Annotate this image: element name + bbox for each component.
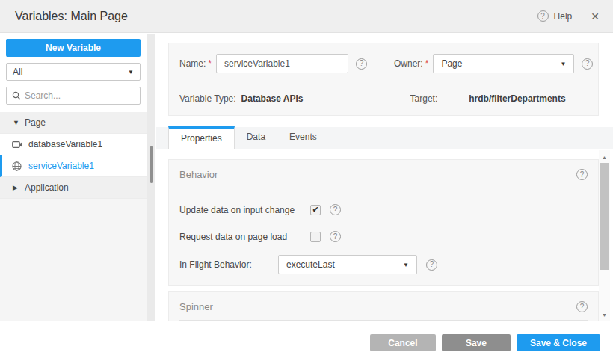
- sidebar-scrollbar-thumb[interactable]: [150, 146, 153, 183]
- spinner-section-title: Spinner: [179, 301, 213, 312]
- name-help-icon[interactable]: ?: [356, 58, 367, 70]
- variable-filter-select[interactable]: All ▼: [6, 63, 141, 81]
- service-variable-icon: [12, 161, 28, 171]
- tree-item-databaseVariable1[interactable]: databaseVariable1: [0, 134, 147, 155]
- in-flight-select[interactable]: executeLast ▼: [278, 255, 417, 274]
- chevron-down-icon: ▼: [128, 69, 134, 75]
- variable-tree: ▼ Page databaseVariable1 serviceVariable…: [0, 112, 147, 199]
- owner-value: Page: [441, 58, 462, 69]
- chevron-down-icon: ▼: [403, 262, 409, 268]
- type-target-row: Variable Type: Database APIs Target: hrd…: [169, 84, 598, 104]
- target-group: Target: hrdb/filterDepartments: [410, 93, 566, 104]
- required-marker: *: [425, 58, 429, 69]
- behavior-section-title: Behavior: [179, 169, 218, 180]
- header-actions: ? Help ✕: [537, 10, 600, 22]
- check-icon: ✔: [312, 206, 318, 214]
- chevron-down-icon: ▼: [560, 61, 566, 67]
- tree-node-application[interactable]: ▶ Application: [0, 177, 147, 199]
- spinner-section: Spinner ?: [168, 291, 599, 321]
- update-data-checkbox[interactable]: ✔: [310, 205, 321, 215]
- spinner-section-header: Spinner ?: [169, 292, 598, 312]
- variable-type-label: Variable Type:: [179, 93, 236, 104]
- sidebar-controls: New Variable All ▼: [0, 34, 147, 112]
- tree-item-serviceVariable1[interactable]: serviceVariable1: [0, 155, 147, 177]
- required-marker: *: [208, 58, 212, 69]
- behavior-help-icon[interactable]: ?: [576, 169, 588, 180]
- owner-label: Owner:: [394, 58, 423, 69]
- owner-select[interactable]: Page ▼: [433, 54, 574, 73]
- sidebar-scrollbar[interactable]: [147, 34, 155, 321]
- tree-item-label: serviceVariable1: [28, 161, 94, 171]
- content-scrollbar-thumb[interactable]: [600, 163, 609, 270]
- tree-node-page[interactable]: ▼ Page: [0, 112, 147, 134]
- target-label: Target:: [410, 93, 438, 104]
- update-data-row: Update data on input change ✔ ?: [169, 204, 598, 215]
- variables-dialog: Variables: Main Page ? Help ✕ New Variab…: [0, 0, 613, 364]
- tree-node-label: Application: [25, 182, 69, 193]
- request-data-help-icon[interactable]: ?: [330, 231, 341, 242]
- spinner-divider: [179, 320, 588, 321]
- update-data-label: Update data on input change: [179, 205, 310, 215]
- behavior-section-header: Behavior ?: [169, 160, 598, 180]
- tree-item-label: databaseVariable1: [28, 139, 102, 149]
- save-close-button[interactable]: Save & Close: [517, 334, 600, 351]
- owner-group: Owner: * Page ▼: [394, 54, 574, 73]
- variable-summary-card: Name: * ? Owner: * Page ▼ ? Variable Typ…: [168, 43, 599, 116]
- tree-node-label: Page: [25, 117, 46, 128]
- request-data-label: Request data on page load: [179, 232, 310, 242]
- variable-editor: Name: * ? Owner: * Page ▼ ? Variable Typ…: [156, 34, 613, 321]
- dialog-header: Variables: Main Page ? Help ✕: [0, 0, 613, 33]
- search-icon: [12, 91, 21, 100]
- in-flight-label: In Flight Behavior:: [179, 259, 278, 270]
- help-link[interactable]: Help: [554, 11, 573, 22]
- scroll-down-icon[interactable]: ▼: [599, 309, 610, 320]
- request-data-checkbox[interactable]: ✔: [310, 232, 321, 242]
- request-data-row: Request data on page load ✔ ?: [169, 231, 598, 242]
- in-flight-value: executeLast: [286, 259, 335, 270]
- sidebar-filler: [0, 199, 147, 321]
- update-data-help-icon[interactable]: ?: [330, 204, 341, 215]
- content-scrollbar[interactable]: ▲ ▼: [599, 150, 610, 321]
- in-flight-help-icon[interactable]: ?: [426, 259, 437, 271]
- close-icon[interactable]: ✕: [591, 10, 600, 22]
- scroll-up-icon[interactable]: ▲: [599, 152, 610, 162]
- caret-right-icon[interactable]: ▶: [13, 184, 25, 191]
- editor-tabs: Properties Data Events: [156, 127, 613, 149]
- variable-type-value: Database APIs: [241, 93, 304, 104]
- spinner-help-icon[interactable]: ?: [576, 301, 588, 312]
- owner-help-icon[interactable]: ?: [582, 58, 593, 70]
- name-input[interactable]: [216, 54, 348, 73]
- page-title: Variables: Main Page: [15, 10, 128, 23]
- tab-data[interactable]: Data: [235, 126, 277, 149]
- target-value: hrdb/filterDepartments: [469, 93, 565, 104]
- name-owner-row: Name: * ? Owner: * Page ▼ ?: [169, 43, 598, 73]
- cancel-button[interactable]: Cancel: [370, 334, 436, 351]
- help-icon[interactable]: ?: [537, 10, 549, 22]
- tab-properties[interactable]: Properties: [168, 126, 235, 149]
- save-button[interactable]: Save: [442, 334, 511, 351]
- variables-sidebar: New Variable All ▼ ▼ Page databaseVariab…: [0, 34, 147, 321]
- variable-filter-value: All: [13, 67, 22, 77]
- in-flight-row: In Flight Behavior: executeLast ▼ ?: [169, 255, 598, 274]
- tab-events[interactable]: Events: [277, 126, 329, 149]
- behavior-section: Behavior ? Update data on input change ✔…: [168, 159, 599, 286]
- properties-tab-panel: Behavior ? Update data on input change ✔…: [156, 150, 613, 321]
- database-variable-icon: [12, 141, 28, 149]
- search-box: [6, 87, 141, 105]
- name-label: Name:: [179, 58, 206, 69]
- caret-down-icon[interactable]: ▼: [13, 119, 25, 126]
- new-variable-button[interactable]: New Variable: [6, 39, 141, 57]
- search-input[interactable]: [25, 90, 135, 101]
- behavior-divider: [179, 188, 588, 188]
- dialog-footer: Cancel Save Save & Close: [0, 321, 613, 364]
